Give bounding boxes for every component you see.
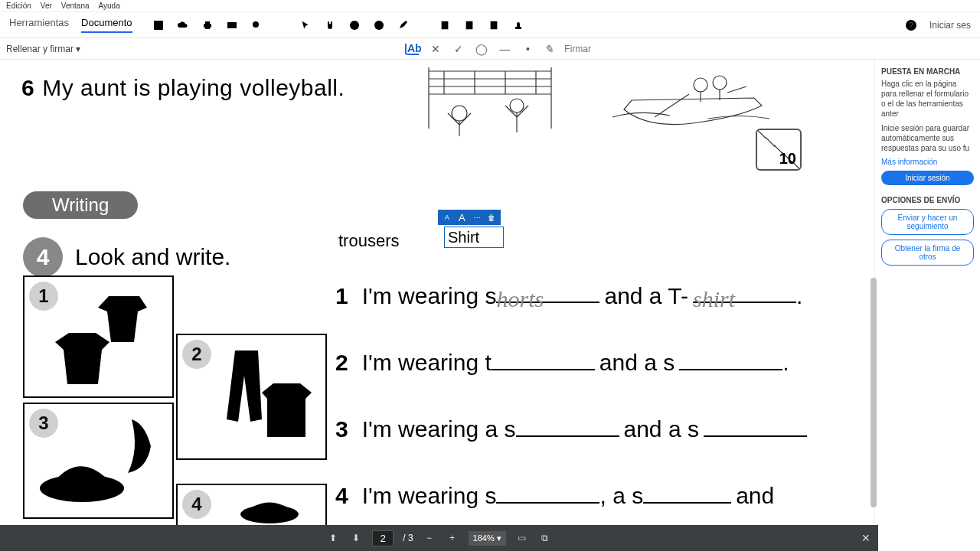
line4-blank1 (496, 484, 599, 504)
page2-icon[interactable] (463, 19, 475, 31)
hand-icon[interactable] (324, 19, 336, 31)
tab-document[interactable]: Documento (81, 17, 132, 33)
help-icon[interactable]: ? (905, 19, 917, 31)
user-text-trousers[interactable]: trousers (338, 231, 399, 251)
more-info-link[interactable]: Más información (881, 158, 974, 166)
image-box-2: 2 (176, 334, 327, 460)
active-text-field[interactable] (444, 227, 504, 248)
score-box: 10 (756, 129, 802, 171)
writing-heading: Writing (23, 191, 138, 219)
more-icon[interactable]: ⋯ (472, 212, 482, 223)
score-value: 10 (779, 150, 796, 168)
svg-rect-3 (205, 21, 210, 24)
svg-line-7 (258, 27, 261, 30)
search-icon[interactable] (250, 19, 263, 31)
line4-b: , a s (599, 483, 643, 509)
font-bigger-icon[interactable]: A (456, 212, 467, 223)
line2-a: I'm wearing t (362, 350, 492, 376)
box-num-2: 2 (182, 340, 211, 369)
svg-rect-14 (466, 21, 472, 29)
line1-blank2: shirt (693, 283, 796, 303)
writing-line-2: 2 I'm wearing t and a s. (335, 350, 789, 376)
scrollbar[interactable] (871, 278, 877, 507)
line2-num: 2 (335, 350, 348, 376)
page-icon[interactable] (439, 19, 451, 31)
cursor-icon[interactable] (299, 19, 312, 31)
side-text-2: Inicie sesión para guardar automáticamen… (881, 123, 974, 153)
line3-b: and a s (624, 416, 699, 442)
circle-tool-icon[interactable]: ◯ (475, 43, 488, 55)
fill-tools: |Ab ✕ ✓ ◯ — • ✎ Firmar (407, 43, 591, 55)
highlight-icon[interactable] (397, 19, 410, 31)
line1-num: 1 (335, 283, 348, 309)
line4-blank2 (643, 484, 731, 504)
page-input[interactable] (372, 530, 394, 546)
line-tool-icon[interactable]: — (498, 43, 511, 55)
line2-b: and a s (599, 350, 675, 376)
line3-blank1 (516, 417, 619, 437)
svg-line-44 (655, 94, 689, 117)
print-icon[interactable] (201, 19, 214, 31)
cloud-icon[interactable] (177, 19, 189, 31)
page-down-icon[interactable]: ⬇ (349, 531, 363, 545)
svg-line-39 (517, 106, 528, 117)
menu-window[interactable]: Ventana (61, 2, 90, 10)
look-write-text: Look and write. (75, 244, 230, 270)
fill-sign-dropdown[interactable]: Rellenar y firmar ▾ (6, 44, 80, 54)
menu-edit[interactable]: Edición (6, 2, 31, 10)
svg-point-41 (713, 76, 727, 90)
line1-blank1: horts (496, 283, 599, 303)
close-toolbar-icon[interactable]: ✕ (861, 532, 871, 544)
fit-width-icon[interactable]: ⧉ (538, 531, 552, 545)
document-view[interactable]: 6My aunt is playing volleyball. (0, 60, 874, 529)
task-number-4: 4 (23, 237, 63, 277)
line2-blank1 (492, 350, 595, 370)
svg-line-45 (727, 86, 746, 93)
sign-icon[interactable]: ✎ (544, 43, 554, 55)
line2-dot: . (782, 350, 789, 376)
svg-point-10 (374, 21, 384, 30)
page-up-icon[interactable]: ⬆ (326, 531, 340, 545)
page3-icon[interactable] (488, 19, 500, 31)
mail-icon[interactable] (226, 19, 238, 31)
side-heading-2: OPCIONES DE ENVÍO (881, 196, 974, 204)
svg-rect-1 (156, 21, 161, 24)
side-text-1: Haga clic en la página para rellenar el … (881, 79, 974, 119)
menu-view[interactable]: Ver (41, 2, 52, 10)
x-tool-icon[interactable]: ✕ (430, 43, 442, 55)
tool-icons-right (439, 19, 524, 31)
page-total: / 3 (403, 533, 413, 543)
sign-label[interactable]: Firmar (564, 44, 591, 54)
svg-point-8 (350, 21, 359, 30)
tabs: Herramientas Documento (9, 17, 132, 33)
fit-page-icon[interactable]: ▭ (515, 531, 529, 545)
line4-num: 4 (335, 483, 348, 509)
get-signature-button[interactable]: Obtener la firma de otros (881, 240, 974, 266)
sentence-6: 6My aunt is playing volleyball. (21, 75, 345, 101)
zoom-in-btn-icon[interactable]: + (446, 531, 459, 545)
menu-help[interactable]: Ayuda (99, 2, 120, 10)
zoom-out-icon[interactable] (348, 19, 361, 31)
writing-line-4: 4 I'm wearing s, a s and (335, 483, 774, 509)
line3-num: 3 (335, 416, 348, 442)
zoom-out-btn-icon[interactable]: − (423, 531, 436, 545)
font-smaller-icon[interactable]: A (442, 212, 452, 223)
signin-link[interactable]: Iniciar ses (929, 20, 971, 31)
dot-tool-icon[interactable]: • (521, 43, 534, 55)
delete-field-icon[interactable]: 🗑 (486, 212, 497, 223)
box-num-3: 3 (29, 409, 58, 438)
bottom-toolbar: ⬆ ⬇ / 3 − + 184% ▾ ▭ ⧉ ✕ (0, 525, 878, 551)
tab-tools[interactable]: Herramientas (9, 17, 69, 33)
save-icon[interactable] (152, 19, 165, 31)
stamp-icon[interactable] (512, 19, 524, 31)
svg-point-51 (40, 474, 124, 502)
signin-button[interactable]: Iniciar sesión (881, 171, 974, 185)
zoom-in-icon[interactable] (373, 19, 385, 31)
text-tool-icon[interactable]: |Ab (407, 43, 419, 55)
volleyball-illustration (398, 60, 582, 144)
check-tool-icon[interactable]: ✓ (452, 43, 465, 55)
send-track-button[interactable]: Enviar y hacer un seguimiento (881, 209, 974, 235)
zoom-select[interactable]: 184% ▾ (469, 531, 506, 546)
svg-point-6 (253, 21, 259, 28)
toolbar-top: Herramientas Documento ? Iniciar ses (0, 12, 980, 38)
